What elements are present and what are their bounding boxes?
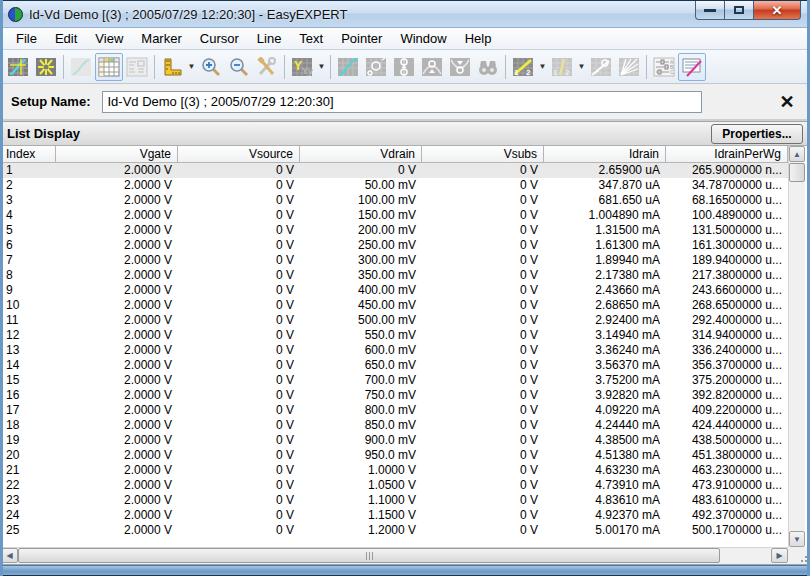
list-display-icon[interactable] <box>95 53 123 81</box>
menu-item-window[interactable]: Window <box>391 28 455 49</box>
column-header-vsubs[interactable]: Vsubs <box>422 146 544 162</box>
cell-vgate: 2.0000 V <box>56 268 178 283</box>
scroll-right-button[interactable]: ▶ <box>771 548 788 563</box>
graph-display-icon[interactable] <box>4 53 32 81</box>
table-row-9[interactable]: 92.0000 V0 V400.00 mV0 V2.43660 mA243.66… <box>1 283 788 298</box>
bottom-scroll-row: ◀ ▶ <box>1 547 809 564</box>
cell-vsource: 0 V <box>178 493 300 508</box>
cell-vsubs: 0 V <box>422 343 544 358</box>
column-header-vgate[interactable]: Vgate <box>56 146 178 162</box>
menu-item-pointer[interactable]: Pointer <box>332 28 391 49</box>
maximize-button[interactable] <box>725 1 754 20</box>
table-row-18[interactable]: 182.0000 V0 V850.0 mV0 V4.24440 mA424.44… <box>1 418 788 433</box>
tools-icon[interactable] <box>253 53 281 81</box>
column-header-idrainperwg[interactable]: IdrainPerWg <box>666 146 788 162</box>
cell-vdrain: 400.00 mV <box>300 283 422 298</box>
table-row-14[interactable]: 142.0000 V0 V650.0 mV0 V3.56370 mA356.37… <box>1 358 788 373</box>
vertical-scroll-thumb[interactable] <box>789 163 805 182</box>
menu-item-view[interactable]: View <box>86 28 132 49</box>
menu-item-cursor[interactable]: Cursor <box>191 28 248 49</box>
table-row-4[interactable]: 42.0000 V0 V150.00 mV0 V1.004890 mA100.4… <box>1 208 788 223</box>
setup-name-input[interactable] <box>102 91 702 113</box>
table-row-10[interactable]: 102.0000 V0 V450.00 mV0 V2.68650 mA268.6… <box>1 298 788 313</box>
table-row-16[interactable]: 162.0000 V0 V750.0 mV0 V3.92820 mA392.82… <box>1 388 788 403</box>
horizontal-scroll-track[interactable] <box>18 548 771 564</box>
table-row-21[interactable]: 212.0000 V0 V1.0000 V0 V4.63230 mA463.23… <box>1 463 788 478</box>
cell-vdrain: 200.00 mV <box>300 223 422 238</box>
y-axis-icon[interactable]: YYy <box>288 53 316 81</box>
line-1-icon[interactable]: 12 <box>509 53 537 81</box>
menu-item-line[interactable]: Line <box>248 28 291 49</box>
table-row-6[interactable]: 62.0000 V0 V250.00 mV0 V1.61300 mA161.30… <box>1 238 788 253</box>
list-display-header: List Display Properties... <box>1 122 809 146</box>
resize-grip[interactable] <box>788 547 809 564</box>
cell-idrainperwg: 161.3000000 u... <box>666 238 788 253</box>
cell-vgate: 2.0000 V <box>56 223 178 238</box>
table-row-15[interactable]: 152.0000 V0 V700.0 mV0 V3.75200 mA375.20… <box>1 373 788 388</box>
zoom-out-icon[interactable] <box>225 53 253 81</box>
column-header-idrain[interactable]: Idrain <box>544 146 666 162</box>
cell-idrainperwg: 68.16500000 u... <box>666 193 788 208</box>
table-row-17[interactable]: 172.0000 V0 V800.0 mV0 V4.09220 mA409.22… <box>1 403 788 418</box>
table-row-12[interactable]: 122.0000 V0 V550.0 mV0 V3.14940 mA314.94… <box>1 328 788 343</box>
table-row-5[interactable]: 52.0000 V0 V200.00 mV0 V1.31500 mA131.50… <box>1 223 788 238</box>
y-axis-dropdown[interactable]: ▼ <box>316 53 327 81</box>
scale-dropdown[interactable]: ▼ <box>186 53 197 81</box>
marker-search-icon <box>474 53 502 81</box>
cell-index: 8 <box>1 268 56 283</box>
menu-item-edit[interactable]: Edit <box>46 28 86 49</box>
parameter-display-icon <box>123 53 151 81</box>
table-row-1[interactable]: 12.0000 V0 V0 V0 V2.65900 uA265.9000000 … <box>1 163 788 178</box>
cell-vsource: 0 V <box>178 433 300 448</box>
cell-vsubs: 0 V <box>422 478 544 493</box>
text-annotation-icon[interactable] <box>678 53 706 81</box>
close-button[interactable]: ✕ <box>754 1 801 20</box>
table-row-13[interactable]: 132.0000 V0 V600.0 mV0 V3.36240 mA336.24… <box>1 343 788 358</box>
cell-idrain: 2.68650 mA <box>544 298 666 313</box>
scroll-down-button[interactable]: ▼ <box>789 531 805 547</box>
table-row-3[interactable]: 32.0000 V0 V100.00 mV0 V681.650 uA68.165… <box>1 193 788 208</box>
cell-index: 14 <box>1 358 56 373</box>
vertical-scrollbar[interactable]: ▲ ▼ <box>788 146 805 547</box>
cell-vdrain: 550.0 mV <box>300 328 422 343</box>
repeat-measurement-icon[interactable] <box>32 53 60 81</box>
cell-idrain: 4.92370 mA <box>544 508 666 523</box>
cell-vsubs: 0 V <box>422 268 544 283</box>
cell-vdrain: 1.1000 V <box>300 493 422 508</box>
column-header-index[interactable]: Index <box>1 146 56 162</box>
scroll-up-button[interactable]: ▲ <box>789 146 805 162</box>
table-row-8[interactable]: 82.0000 V0 V350.00 mV0 V2.17380 mA217.38… <box>1 268 788 283</box>
scale-icon[interactable] <box>158 53 186 81</box>
column-header-vdrain[interactable]: Vdrain <box>300 146 422 162</box>
column-header-vsource[interactable]: Vsource <box>178 146 300 162</box>
scroll-left-button[interactable]: ◀ <box>1 548 18 563</box>
properties-button[interactable]: Properties... <box>711 124 803 144</box>
vertical-scroll-track[interactable] <box>789 182 805 531</box>
cell-vdrain: 100.00 mV <box>300 193 422 208</box>
table-row-25[interactable]: 252.0000 V0 V1.2000 V0 V5.00170 mA500.17… <box>1 523 788 538</box>
cell-vsource: 0 V <box>178 358 300 373</box>
cell-vdrain: 700.0 mV <box>300 373 422 388</box>
line-2-dropdown[interactable]: ▼ <box>576 53 587 81</box>
menu-item-help[interactable]: Help <box>456 28 501 49</box>
table-row-2[interactable]: 22.0000 V0 V50.00 mV0 V347.870 uA34.7870… <box>1 178 788 193</box>
table-row-22[interactable]: 222.0000 V0 V1.0500 V0 V4.73910 mA473.91… <box>1 478 788 493</box>
table-row-24[interactable]: 242.0000 V0 V1.1500 V0 V4.92370 mA492.37… <box>1 508 788 523</box>
table-row-20[interactable]: 202.0000 V0 V950.0 mV0 V4.51380 mA451.38… <box>1 448 788 463</box>
horizontal-scroll-thumb[interactable] <box>18 548 720 563</box>
table-row-19[interactable]: 192.0000 V0 V900.0 mV0 V4.38500 mA438.50… <box>1 433 788 448</box>
setup-close-button[interactable]: ✕ <box>775 90 799 114</box>
table-row-23[interactable]: 232.0000 V0 V1.1000 V0 V4.83610 mA483.61… <box>1 493 788 508</box>
table-row-11[interactable]: 112.0000 V0 V500.00 mV0 V2.92400 mA292.4… <box>1 313 788 328</box>
menu-item-marker[interactable]: Marker <box>132 28 190 49</box>
menu-item-file[interactable]: File <box>7 28 46 49</box>
horizontal-scrollbar[interactable]: ◀ ▶ <box>1 547 788 564</box>
zoom-in-icon[interactable] <box>197 53 225 81</box>
marker-max-icon <box>418 53 446 81</box>
minimize-button[interactable] <box>695 1 725 20</box>
table-row-7[interactable]: 72.0000 V0 V300.00 mV0 V1.89940 mA189.94… <box>1 253 788 268</box>
cell-vsubs: 0 V <box>422 313 544 328</box>
cell-vgate: 2.0000 V <box>56 523 178 538</box>
line-1-dropdown[interactable]: ▼ <box>537 53 548 81</box>
menu-item-text[interactable]: Text <box>290 28 332 49</box>
